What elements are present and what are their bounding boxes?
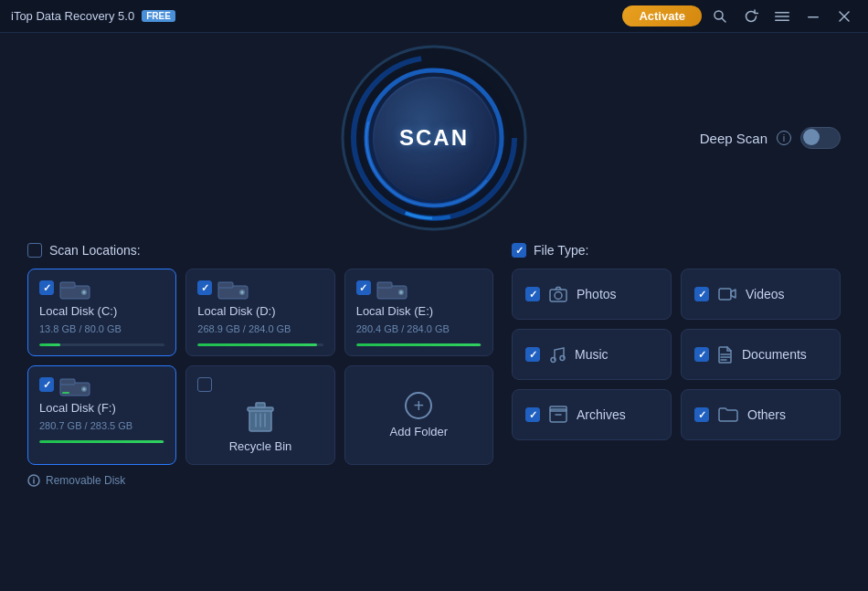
disk-c-name: Local Disk (C:) xyxy=(39,304,164,318)
disk-card-e[interactable]: Local Disk (E:) 280.4 GB / 284.0 GB xyxy=(344,269,493,356)
scan-button[interactable]: SCAN xyxy=(373,77,496,200)
close-icon xyxy=(839,11,850,22)
photos-checkbox[interactable] xyxy=(525,287,540,301)
disk-c-checkbox[interactable] xyxy=(39,280,54,295)
disk-d-checkbox[interactable] xyxy=(197,280,212,295)
disk-e-icon xyxy=(376,280,408,301)
music-label: Music xyxy=(575,347,609,362)
svg-point-45 xyxy=(560,356,565,361)
svg-rect-16 xyxy=(60,282,75,288)
disk-d-progress xyxy=(197,343,323,346)
svg-point-44 xyxy=(551,358,556,363)
archives-checkbox[interactable] xyxy=(525,407,540,422)
disk-card-c[interactable]: Local Disk (C:) 13.8 GB / 80.0 GB xyxy=(27,269,176,356)
disk-c-progress-fill xyxy=(39,343,60,346)
filetype-card-photos[interactable]: Photos xyxy=(512,269,672,320)
svg-point-30 xyxy=(83,388,86,391)
filetype-card-documents[interactable]: Documents xyxy=(681,329,841,380)
disk-c-icon xyxy=(59,280,90,301)
disk-grid: Local Disk (C:) 13.8 GB / 80.0 GB xyxy=(27,269,493,465)
archives-label: Archives xyxy=(577,407,626,422)
video-icon xyxy=(718,286,736,302)
disk-c-size: 13.8 GB / 80.0 GB xyxy=(39,323,164,334)
filetypes-checkbox-all[interactable] xyxy=(512,243,526,258)
menu-button[interactable] xyxy=(769,4,795,29)
disk-c-progress xyxy=(39,343,164,346)
deep-scan-label: Deep Scan xyxy=(700,131,767,146)
music-checkbox[interactable] xyxy=(525,347,540,362)
filetypes-header: File Type: xyxy=(512,243,841,258)
filetype-grid: Photos Videos xyxy=(512,269,841,440)
svg-point-42 xyxy=(555,292,562,300)
disk-f-name: Local Disk (F:) xyxy=(39,401,164,415)
photos-label: Photos xyxy=(577,287,617,301)
locations-checkbox-all[interactable] xyxy=(27,243,42,258)
main-content: SCAN Deep Scan i Scan Locations: xyxy=(0,33,868,591)
svg-rect-2 xyxy=(775,12,789,14)
filetypes-panel: File Type: Photos xyxy=(512,243,841,573)
add-folder-card[interactable]: + Add Folder xyxy=(344,365,493,465)
add-folder-icon: + xyxy=(405,392,432,419)
documents-checkbox[interactable] xyxy=(694,347,709,362)
disk-f-checkbox[interactable] xyxy=(39,377,54,392)
filetype-card-others[interactable]: Others xyxy=(681,389,841,440)
svg-rect-20 xyxy=(218,282,233,288)
svg-line-1 xyxy=(722,18,725,22)
disk-card-d[interactable]: Local Disk (D:) 268.9 GB / 284.0 GB xyxy=(185,269,334,356)
search-button[interactable] xyxy=(707,4,733,29)
svg-point-22 xyxy=(241,291,244,294)
disk-d-size: 268.9 GB / 284.0 GB xyxy=(197,323,323,334)
svg-rect-3 xyxy=(775,16,789,17)
scan-button-container: SCAN xyxy=(343,47,525,229)
close-button[interactable] xyxy=(831,4,857,29)
recycle-bin-card[interactable]: Recycle Bin xyxy=(185,365,334,465)
locations-label: Scan Locations: xyxy=(49,243,141,258)
others-checkbox[interactable] xyxy=(694,407,709,422)
menu-icon xyxy=(775,9,789,24)
camera-icon xyxy=(549,286,567,302)
recycle-bin-checkbox[interactable] xyxy=(197,377,212,392)
disk-card-f[interactable]: Local Disk (F:) 280.7 GB / 283.5 GB xyxy=(27,365,176,465)
minimize-button[interactable] xyxy=(800,4,826,29)
svg-rect-4 xyxy=(775,19,789,21)
app-title: iTop Data Recovery 5.0 xyxy=(11,9,134,23)
refresh-button[interactable] xyxy=(738,4,764,29)
activate-button[interactable]: Activate xyxy=(622,5,702,26)
free-badge: FREE xyxy=(142,10,175,22)
folder-icon xyxy=(718,406,738,423)
titlebar-right: Activate xyxy=(622,4,857,29)
info-icon xyxy=(27,474,40,487)
scan-area: SCAN Deep Scan i xyxy=(27,33,841,243)
minimize-icon xyxy=(806,9,820,24)
videos-label: Videos xyxy=(746,287,785,301)
refresh-icon xyxy=(744,9,758,24)
search-icon xyxy=(713,9,727,24)
disk-e-checkbox[interactable] xyxy=(356,280,371,295)
disk-d-icon xyxy=(217,280,249,301)
disk-e-progress-fill xyxy=(356,343,481,346)
svg-rect-28 xyxy=(60,379,75,385)
bottom-section: Scan Locations: Local Disk (C xyxy=(27,243,841,573)
videos-checkbox[interactable] xyxy=(694,287,709,301)
svg-point-26 xyxy=(399,291,402,294)
archive-icon xyxy=(549,406,567,424)
disk-f-progress xyxy=(39,440,164,443)
svg-rect-24 xyxy=(377,282,392,288)
disk-f-progress-fill xyxy=(39,440,164,443)
disk-e-name: Local Disk (E:) xyxy=(356,304,482,318)
deep-scan-info-icon[interactable]: i xyxy=(777,131,791,145)
recycle-bin-label: Recycle Bin xyxy=(229,439,292,453)
svg-rect-31 xyxy=(62,392,69,394)
titlebar: iTop Data Recovery 5.0 FREE Activate xyxy=(0,0,868,33)
titlebar-left: iTop Data Recovery 5.0 FREE xyxy=(11,9,175,23)
disk-e-progress xyxy=(356,343,482,346)
filetype-card-archives[interactable]: Archives xyxy=(512,389,672,440)
add-folder-label: Add Folder xyxy=(390,425,449,438)
deep-scan-toggle[interactable] xyxy=(800,127,841,149)
svg-rect-5 xyxy=(808,16,819,18)
filetype-card-music[interactable]: Music xyxy=(512,329,672,380)
svg-rect-43 xyxy=(719,289,731,300)
deep-scan-control: Deep Scan i xyxy=(700,127,841,149)
disk-e-size: 280.4 GB / 284.0 GB xyxy=(356,323,482,334)
filetype-card-videos[interactable]: Videos xyxy=(681,269,841,320)
